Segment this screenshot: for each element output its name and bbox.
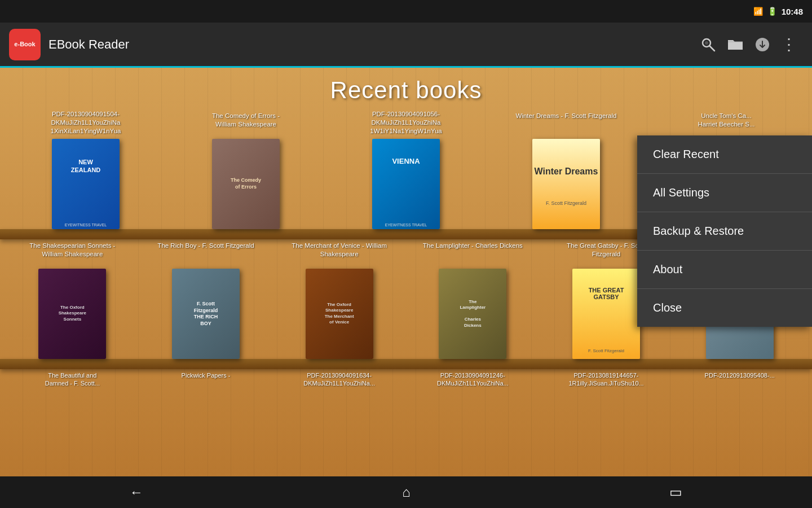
wifi-icon: 📶 — [753, 7, 763, 16]
home-button[interactable]: ⌂ — [389, 480, 424, 505]
about-menu-item[interactable]: About — [637, 251, 812, 289]
backup-restore-menu-item[interactable]: Backup & Restore — [637, 212, 812, 251]
back-button[interactable]: ← — [116, 480, 157, 505]
book-item[interactable]: PDF-20120913095408-... — [673, 369, 806, 389]
book-title: Pickwick Papers - — [182, 369, 231, 379]
book-title: Uncle Tom's Ca...Harriet Beecher S... — [698, 112, 755, 135]
book-item[interactable]: PDF-20130904091504-DKMuJiZh1L1YouZhiNa1X… — [6, 110, 166, 239]
book-title: The Rich Boy - F. Scott Fitzgerald — [157, 242, 254, 265]
book-cover: TheLamplighterCharlesDickens — [439, 269, 506, 359]
book-item[interactable]: Pickwick Papers - — [139, 369, 273, 389]
app-title: EBook Reader — [48, 37, 695, 52]
book-item[interactable]: PDF-20130904091056-DKMuJiZh1L1YouZhiNa1W… — [326, 110, 486, 239]
close-menu-item[interactable]: Close — [637, 289, 812, 327]
book-item[interactable]: The Comedy of Errors -William Shakespear… — [166, 112, 326, 239]
book-item[interactable]: The Rich Boy - F. Scott Fitzgerald F. Sc… — [139, 242, 273, 369]
book-item[interactable]: The Merchant of Venice - William Shakesp… — [272, 242, 406, 369]
app-logo-text: e-Book — [14, 41, 35, 48]
shelf-row-3-partial: The Beautiful andDamned - F. Scott... Pi… — [0, 369, 812, 409]
svg-line-1 — [710, 46, 715, 51]
book-cover: THE GREATGATSBY F. Scott Fitzgerald — [572, 269, 640, 359]
more-options-button[interactable]: ⋮ — [776, 31, 803, 58]
book-title: PDF-20130819144657-1R1illy.JiSuan.JiTuSh… — [568, 369, 643, 388]
book-item[interactable]: PDF-20130819144657-1R1illy.JiSuan.JiTuSh… — [540, 369, 673, 398]
book-title: Winter Dreams - F. Scott Fitzgerald — [516, 112, 617, 135]
book-title: The Shakespearian Sonnets - William Shak… — [21, 242, 123, 265]
book-cover: Winter Dreams F. Scott Fitzgerald — [532, 139, 600, 229]
book-title: PDF-20130904091634-DKMuJiZh1L1YouZhiNa..… — [303, 369, 375, 388]
book-item[interactable]: Winter Dreams - F. Scott Fitzgerald Wint… — [486, 112, 646, 239]
book-cover: The Comedyof Errors — [212, 139, 280, 229]
book-cover: The OxfordShakespeareThe Merchantof Veni… — [306, 269, 373, 359]
dropdown-menu: Clear Recent All Settings Backup & Resto… — [637, 135, 812, 327]
svg-point-2 — [705, 41, 708, 45]
nav-bar: ← ⌂ ▭ — [0, 476, 812, 508]
book-item[interactable]: PDF-20130904091634-DKMuJiZh1L1YouZhiNa..… — [272, 369, 406, 398]
status-bar: 📶 🔋 10:48 — [0, 0, 812, 23]
main-content: Recent books PDF-20130904091504-DKMuJiZh… — [0, 68, 812, 476]
app-logo: e-Book — [9, 29, 41, 60]
section-title: Recent books — [0, 68, 812, 110]
folder-button[interactable] — [722, 31, 749, 58]
search-button[interactable] — [695, 31, 722, 58]
book-item[interactable]: The Lamplighter - Charles Dickens TheLam… — [406, 242, 540, 369]
book-item[interactable]: The Beautiful andDamned - F. Scott... — [6, 369, 139, 398]
book-item[interactable]: The Shakespearian Sonnets - William Shak… — [6, 242, 139, 369]
recent-apps-button[interactable]: ▭ — [656, 480, 696, 505]
book-cover: VIENNA EYEWITNESS TRAVEL — [372, 139, 440, 229]
book-title: PDF-20130904091246-DKMuJiZh1L1YouZhiNa..… — [437, 369, 509, 388]
book-title: PDF-20120913095408-... — [705, 369, 775, 379]
battery-icon: 🔋 — [767, 7, 777, 16]
top-bar: e-Book EBook Reader ⋮ — [0, 23, 812, 68]
book-title: The Beautiful andDamned - F. Scott... — [45, 369, 100, 388]
book-cover: F. Scott FitzgeraldTHE RICH BOY — [172, 269, 240, 359]
clock: 10:48 — [782, 7, 803, 16]
all-settings-menu-item[interactable]: All Settings — [637, 174, 812, 212]
book-title: PDF-20130904091504-DKMuJiZh1L1YouZhiNa1X… — [35, 110, 136, 135]
clear-recent-menu-item[interactable]: Clear Recent — [637, 135, 812, 174]
book-title: PDF-20130904091056-DKMuJiZh1L1YouZhiNa1W… — [355, 110, 457, 135]
book-item[interactable]: PDF-20130904091246-DKMuJiZh1L1YouZhiNa..… — [406, 369, 540, 398]
book-cover: NEWZEALAND EYEWITNESS TRAVEL — [52, 139, 120, 229]
book-cover: The OxfordShakespeareSonnets — [38, 269, 106, 359]
book-title: The Merchant of Venice - William Shakesp… — [289, 242, 390, 265]
book-title: The Comedy of Errors -William Shakespear… — [212, 112, 280, 135]
book-title: The Lamplighter - Charles Dickens — [423, 242, 523, 265]
download-button[interactable] — [749, 31, 776, 58]
